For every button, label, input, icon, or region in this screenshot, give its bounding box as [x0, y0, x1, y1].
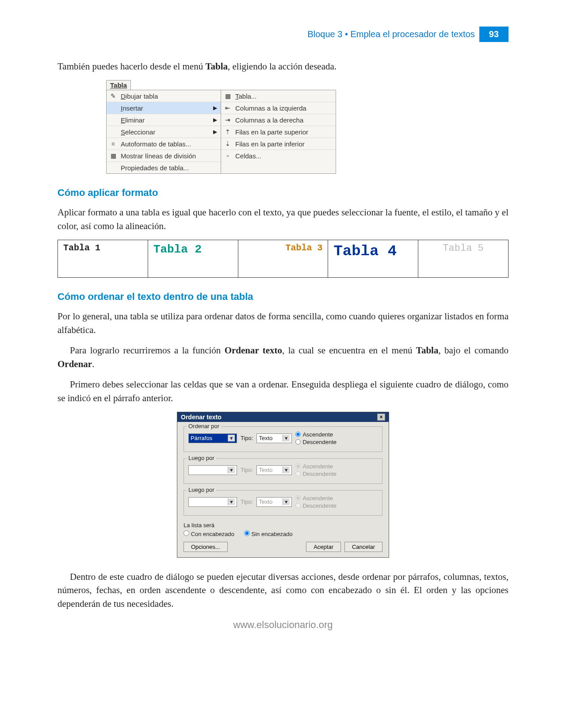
asc-radio: Ascendente [295, 495, 337, 502]
menu-item-label: Columnas a la izquierda [235, 104, 332, 112]
insert-col-left-icon: ⇤ [223, 104, 233, 112]
then-by-legend: Luego por [187, 455, 216, 461]
blank-icon [108, 128, 118, 136]
list-will-be-label: La lista será [184, 522, 382, 529]
intro-prefix: También puedes hacerlo desde el menú [57, 61, 205, 72]
asc-radio[interactable]: Ascendente [295, 431, 337, 438]
menu-title-tab: Tabla [106, 80, 131, 90]
menu-item-show-gridlines[interactable]: ▦ Mostrar líneas de división [107, 150, 221, 162]
menu-item-select[interactable]: Seleccionar ▶ [107, 126, 221, 138]
heading-apply-format: Cómo aplicar formato [57, 187, 509, 199]
menu-item-insert[interactable]: Insertar ▶ [107, 102, 221, 114]
submenu-arrow-icon: ▶ [213, 117, 217, 123]
chevron-down-icon: ▾ [228, 435, 235, 441]
intro-suffix: , eligiendo la acción deseada. [228, 61, 337, 72]
menu-item-draw-table[interactable]: ✎ Dibujar tabla [107, 90, 221, 102]
dialog-title-text: Ordenar texto [181, 414, 222, 421]
then-by-fieldset-1: Luego por ▾ Tipo: Texto▾ Ascendente Desc… [184, 458, 382, 484]
sort-paragraph-2: Para lograrlo recurriremos a la función … [57, 344, 509, 371]
dialog-title-bar: Ordenar texto × [177, 412, 389, 422]
type-label: Tipo: [241, 498, 253, 505]
type-combo-disabled: Texto▾ [256, 497, 292, 507]
insert-row-bottom-icon: ⇣ [223, 140, 233, 148]
menu-item-autoformat[interactable]: ⌗ Autoformato de tablas... [107, 138, 221, 150]
submenu-arrow-icon: ▶ [213, 105, 217, 111]
menu-left-panel: ✎ Dibujar tabla Insertar ▶ Eliminar ▶ Se… [106, 90, 221, 174]
insert-col-right-icon: ⇥ [223, 116, 233, 124]
desc-radio: Descendente [295, 502, 337, 509]
submenu-item-columns-right[interactable]: ⇥ Columnas a la derecha [221, 114, 336, 126]
chevron-down-icon: ▾ [283, 467, 290, 473]
then-by-legend: Luego por [187, 487, 216, 493]
sort-by-legend: Ordenar por [187, 423, 221, 429]
menu-item-label: Seleccionar [121, 128, 213, 136]
desc-radio: Descendente [295, 471, 337, 477]
then-by-combo: ▾ [188, 497, 237, 507]
format-paragraph: Aplicar formato a una tabla es igual que… [57, 206, 509, 233]
menu-right-panel: ▦ Tabla... ⇤ Columnas a la izquierda ⇥ C… [221, 90, 336, 174]
sort-paragraph-3: Primero debes seleccionar las celdas que… [57, 378, 509, 405]
example-cell-2: Tabla 2 [148, 240, 238, 278]
menu-item-label: Propiedades de tabla... [121, 164, 217, 172]
example-cell-3: Tabla 3 [238, 240, 328, 278]
intro-paragraph: También puedes hacerlo desde el menú Tab… [57, 60, 509, 73]
sort-paragraph-1: Por lo general, una tabla se utiliza par… [57, 310, 509, 337]
options-button[interactable]: Opciones... [184, 542, 228, 552]
asc-radio: Ascendente [295, 463, 337, 470]
table-menu-figure: Tabla ✎ Dibujar tabla Insertar ▶ Elimina… [106, 80, 336, 174]
menu-item-label: Eliminar [121, 116, 213, 124]
combo-value: Texto [259, 435, 272, 441]
menu-item-label: Filas en la parte superior [235, 128, 332, 136]
menu-item-label: Mostrar líneas de división [121, 152, 217, 160]
sort-by-combo[interactable]: Párrafos ▾ [188, 433, 237, 443]
then-by-combo[interactable]: ▾ [188, 465, 237, 475]
with-header-radio[interactable]: Con encabezado [184, 530, 234, 537]
cancel-button[interactable]: Cancelar [344, 542, 382, 552]
type-label: Tipo: [241, 467, 253, 473]
table-icon: ▦ [223, 92, 233, 100]
closing-paragraph: Dentro de este cuadro de diálogo se pued… [57, 570, 509, 610]
menu-item-label: Tabla... [235, 92, 332, 100]
combo-value: Párrafos [191, 435, 212, 441]
grid-icon: ▦ [108, 152, 118, 160]
submenu-arrow-icon: ▶ [213, 129, 217, 135]
then-by-fieldset-2: Luego por ▾ Tipo: Texto▾ Ascendente Desc… [184, 490, 382, 516]
menu-item-table-properties[interactable]: Propiedades de tabla... [107, 162, 221, 173]
sort-text-dialog: Ordenar texto × Ordenar por Párrafos ▾ T… [177, 412, 389, 558]
example-cell-4: Tabla 4 [328, 240, 418, 278]
menu-item-label: Columnas a la derecha [235, 116, 332, 124]
menu-item-label: Filas en la parte inferior [235, 140, 332, 148]
submenu-item-columns-left[interactable]: ⇤ Columnas a la izquierda [221, 102, 336, 114]
blank-icon [108, 164, 118, 172]
close-icon[interactable]: × [377, 414, 385, 421]
type-label: Tipo: [241, 435, 253, 441]
type-combo-disabled: Texto▾ [256, 465, 292, 475]
chevron-down-icon: ▾ [228, 467, 235, 473]
footer-url: www.elsolucionario.org [57, 619, 509, 631]
example-cell-1: Tabla 1 [58, 240, 148, 278]
table-format-icon: ⌗ [108, 140, 118, 148]
blank-icon [108, 104, 118, 112]
header-block-text: Bloque 3 • Emplea el procesador de texto… [307, 29, 474, 39]
submenu-item-cells[interactable]: ▫ Celdas... [221, 150, 336, 161]
format-example-table: Tabla 1 Tabla 2 Tabla 3 Tabla 4 Tabla 5 [57, 240, 509, 278]
submenu-item-table[interactable]: ▦ Tabla... [221, 90, 336, 102]
example-cell-5: Tabla 5 [418, 240, 509, 278]
menu-item-label: Autoformato de tablas... [121, 140, 217, 148]
menu-item-label: Celdas... [235, 152, 332, 160]
cells-icon: ▫ [223, 152, 233, 160]
sort-order-radios: Ascendente Descendente [295, 431, 337, 445]
without-header-radio[interactable]: Sin encabezado [244, 530, 293, 537]
page-number-badge: 93 [479, 27, 509, 42]
sort-order-radios: Ascendente Descendente [295, 463, 337, 477]
heading-sort-text: Cómo ordenar el texto dentro de una tabl… [57, 291, 509, 303]
submenu-item-rows-bottom[interactable]: ⇣ Filas en la parte inferior [221, 138, 336, 150]
insert-row-top-icon: ⇡ [223, 128, 233, 136]
submenu-item-rows-top[interactable]: ⇡ Filas en la parte superior [221, 126, 336, 138]
desc-radio[interactable]: Descendente [295, 439, 337, 445]
menu-item-label: Insertar [121, 104, 213, 112]
sort-order-radios: Ascendente Descendente [295, 495, 337, 509]
menu-item-delete[interactable]: Eliminar ▶ [107, 114, 221, 126]
type-combo[interactable]: Texto ▾ [256, 433, 292, 443]
accept-button[interactable]: Aceptar [306, 542, 341, 552]
